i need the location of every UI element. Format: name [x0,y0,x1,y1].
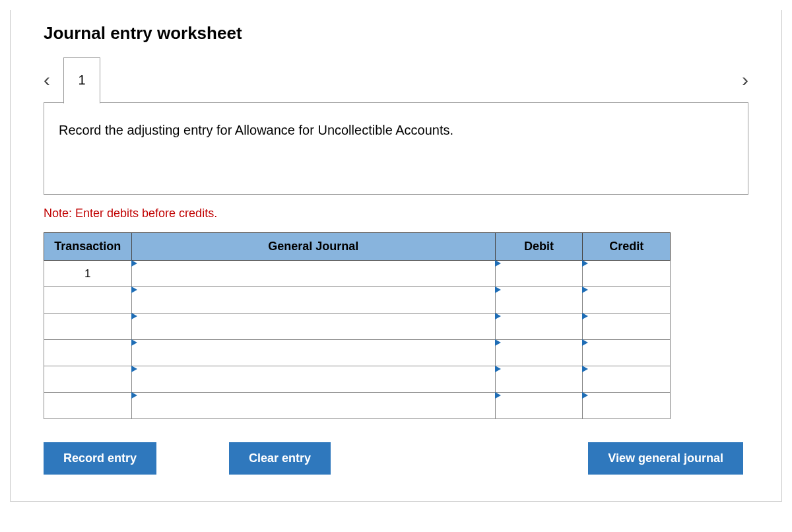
header-debit: Debit [495,233,583,261]
cell-general-journal[interactable] [131,366,495,393]
cell-general-journal[interactable] [131,287,495,314]
next-chevron-icon[interactable]: › [742,70,748,90]
cell-debit[interactable] [495,261,583,287]
cell-transaction [44,314,132,340]
cell-debit[interactable] [495,314,583,340]
clear-entry-button[interactable]: Clear entry [229,442,331,475]
cell-transaction: 1 [44,261,132,287]
nav-left-group: ‹ 1 [44,57,100,103]
cell-credit[interactable] [583,314,671,340]
tab-label: 1 [78,73,85,88]
cell-debit[interactable] [495,287,583,314]
cell-credit[interactable] [583,393,671,419]
journal-tbody: 1 [44,261,671,419]
table-row [44,366,671,393]
tab-nav-row: ‹ 1 › [44,57,748,103]
instruction-box: Record the adjusting entry for Allowance… [44,102,748,195]
cell-transaction [44,340,132,366]
journal-table: Transaction General Journal Debit Credit… [44,232,671,419]
cell-transaction [44,287,132,314]
cell-transaction [44,393,132,419]
cell-general-journal[interactable] [131,261,495,287]
cell-general-journal[interactable] [131,393,495,419]
header-transaction: Transaction [44,233,132,261]
cell-credit[interactable] [583,366,671,393]
cell-transaction [44,366,132,393]
header-general-journal: General Journal [131,233,495,261]
cell-debit[interactable] [495,366,583,393]
page-title: Journal entry worksheet [44,23,748,44]
cell-debit[interactable] [495,393,583,419]
button-row: Record entry Clear entry View general jo… [44,442,743,475]
header-credit: Credit [583,233,671,261]
prev-chevron-icon[interactable]: ‹ [44,70,50,90]
cell-general-journal[interactable] [131,340,495,366]
table-row [44,314,671,340]
cell-credit[interactable] [583,261,671,287]
worksheet-container: Journal entry worksheet ‹ 1 › Record the… [10,10,782,502]
instruction-text: Record the adjusting entry for Allowance… [59,123,453,137]
cell-debit[interactable] [495,340,583,366]
note-text: Note: Enter debits before credits. [44,207,748,220]
table-row [44,393,671,419]
view-general-journal-button[interactable]: View general journal [588,442,743,475]
table-row [44,287,671,314]
cell-credit[interactable] [583,287,671,314]
record-entry-button[interactable]: Record entry [44,442,156,475]
cell-general-journal[interactable] [131,314,495,340]
table-row: 1 [44,261,671,287]
table-row [44,340,671,366]
cell-credit[interactable] [583,340,671,366]
tab-1[interactable]: 1 [63,57,100,104]
